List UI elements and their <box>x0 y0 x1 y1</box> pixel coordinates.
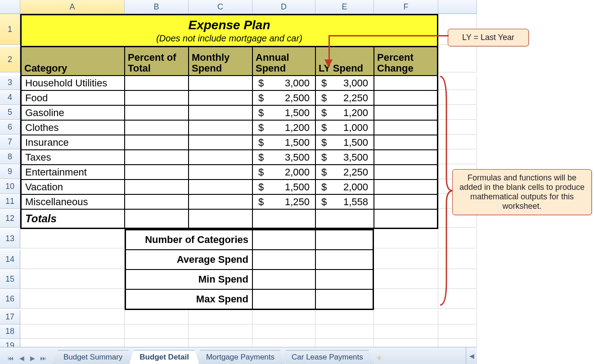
cell-A14[interactable] <box>20 250 125 269</box>
col-header-G-stub[interactable] <box>438 0 477 14</box>
cell-F16[interactable] <box>374 289 438 309</box>
cell-E9[interactable]: $2,250 <box>315 165 374 180</box>
cell-B5[interactable] <box>125 105 189 120</box>
cell-A16[interactable] <box>20 289 125 309</box>
summary-label-16[interactable]: Max Spend <box>125 289 252 310</box>
cell-C18[interactable] <box>189 324 252 339</box>
cell-A13[interactable] <box>20 229 125 248</box>
cell-C7[interactable] <box>189 135 252 150</box>
cell-G18[interactable] <box>438 324 477 339</box>
row-header-8[interactable]: 8 <box>0 150 20 164</box>
cell-F5[interactable] <box>374 105 438 120</box>
cell-E11[interactable]: $1,558 <box>315 194 374 209</box>
cell-D10[interactable]: $1,500 <box>252 180 315 194</box>
cell-B12[interactable] <box>125 209 189 229</box>
cell-C5[interactable] <box>189 105 252 120</box>
cell-D14[interactable] <box>252 250 315 270</box>
cell-F3[interactable] <box>374 76 438 90</box>
cell-B4[interactable] <box>125 90 189 105</box>
cell-D5[interactable]: $1,500 <box>252 105 315 120</box>
tab-scroll-left-icon[interactable]: ◀ <box>466 347 477 364</box>
cell-D7[interactable]: $1,500 <box>252 135 315 150</box>
cell-C11[interactable] <box>189 194 252 209</box>
row-header-4[interactable]: 4 <box>0 90 20 105</box>
header-D[interactable]: Annual Spend <box>252 47 315 76</box>
cell-D6[interactable]: $1,200 <box>252 120 315 135</box>
cell-C12[interactable] <box>189 209 252 229</box>
header-C[interactable]: Monthly Spend <box>189 47 252 76</box>
cell-A3[interactable]: Household Utilities <box>20 76 125 90</box>
cell-E5[interactable]: $1,200 <box>315 105 374 120</box>
cell-F7[interactable] <box>374 135 438 150</box>
cell-C4[interactable] <box>189 90 252 105</box>
row-header-15[interactable]: 15 <box>0 270 20 289</box>
cell-D17[interactable] <box>252 310 315 324</box>
summary-label-13[interactable]: Number of Categories <box>125 229 252 250</box>
cell-A4[interactable]: Food <box>20 90 125 105</box>
cell-E13[interactable] <box>315 229 374 250</box>
cell-D3[interactable]: $3,000 <box>252 76 315 90</box>
row-header-6[interactable]: 6 <box>0 120 20 135</box>
cell-E16[interactable] <box>315 289 374 310</box>
cell-D15[interactable] <box>252 270 315 289</box>
row-header-14[interactable]: 14 <box>0 250 20 269</box>
col-header-D[interactable]: D <box>252 0 315 14</box>
cell-F11[interactable] <box>374 194 438 209</box>
cell-C17[interactable] <box>189 310 252 324</box>
row-header-5[interactable]: 5 <box>0 105 20 120</box>
row-header-1[interactable]: 1 <box>0 14 20 45</box>
cell-D11[interactable]: $1,250 <box>252 194 315 209</box>
summary-label-14[interactable]: Average Spend <box>125 250 252 270</box>
cell-E15[interactable] <box>315 270 374 289</box>
cell-C9[interactable] <box>189 165 252 180</box>
col-header-E[interactable]: E <box>315 0 374 14</box>
cell-E18[interactable] <box>315 324 374 339</box>
select-all-corner[interactable] <box>0 0 20 14</box>
cell-F12[interactable] <box>374 209 438 229</box>
cell-D16[interactable] <box>252 289 315 310</box>
cell-F14[interactable] <box>374 250 438 269</box>
row-header-3[interactable]: 3 <box>0 76 20 90</box>
cell-E8[interactable]: $3,500 <box>315 150 374 165</box>
tab-nav-first-icon[interactable]: ⏮ <box>5 352 16 364</box>
cell-E4[interactable]: $2,250 <box>315 90 374 105</box>
cell-B9[interactable] <box>125 165 189 180</box>
cell-B8[interactable] <box>125 150 189 165</box>
summary-label-15[interactable]: Min Spend <box>125 270 252 289</box>
new-sheet-icon[interactable]: ✧ <box>373 354 386 364</box>
cell-B11[interactable] <box>125 194 189 209</box>
row-header-12[interactable]: 12 <box>0 209 20 228</box>
cell-A8[interactable]: Taxes <box>20 150 125 165</box>
row-header-7[interactable]: 7 <box>0 135 20 149</box>
row-header-2[interactable]: 2 <box>0 47 20 72</box>
cell-F17[interactable] <box>374 310 438 324</box>
cell-E6[interactable]: $1,000 <box>315 120 374 135</box>
header-A[interactable]: Category <box>20 47 125 76</box>
cell-D18[interactable] <box>252 324 315 339</box>
cell-B6[interactable] <box>125 120 189 135</box>
cell-C10[interactable] <box>189 180 252 194</box>
col-header-F[interactable]: F <box>374 0 438 14</box>
cell-D13[interactable] <box>252 229 315 250</box>
cell-F18[interactable] <box>374 324 438 339</box>
cell-A9[interactable]: Entertainment <box>20 165 125 180</box>
cell-C6[interactable] <box>189 120 252 135</box>
cell-E14[interactable] <box>315 250 374 270</box>
cell-A18[interactable] <box>20 324 125 339</box>
cell-B17[interactable] <box>125 310 189 324</box>
cell-A17[interactable] <box>20 310 125 324</box>
cell-D8[interactable]: $3,500 <box>252 150 315 165</box>
row-header-9[interactable]: 9 <box>0 165 20 179</box>
cell-G17[interactable] <box>438 310 477 324</box>
row-header-10[interactable]: 10 <box>0 180 20 194</box>
row-header-18[interactable]: 18 <box>0 324 20 339</box>
cell-E17[interactable] <box>315 310 374 324</box>
cell-D12[interactable] <box>252 209 315 229</box>
cell-D4[interactable]: $2,500 <box>252 90 315 105</box>
cell-E12[interactable] <box>315 209 374 229</box>
cell-A11[interactable]: Miscellaneous <box>20 194 125 209</box>
cell-F8[interactable] <box>374 150 438 165</box>
col-header-B[interactable]: B <box>125 0 189 14</box>
cell-A6[interactable]: Clothes <box>20 120 125 135</box>
cell-F9[interactable] <box>374 165 438 180</box>
